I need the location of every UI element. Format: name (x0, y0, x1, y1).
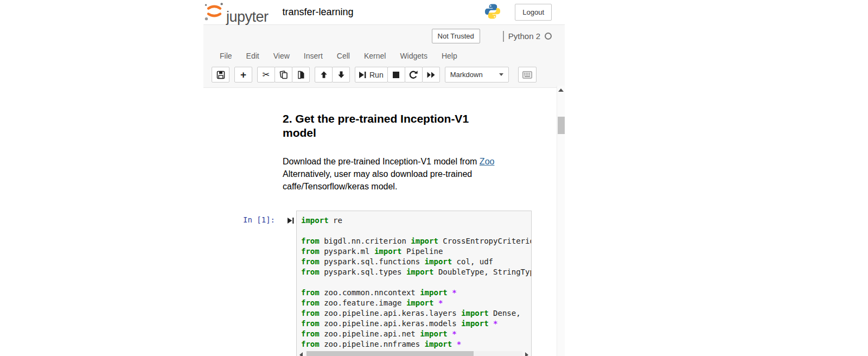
menu-item-kernel[interactable]: Kernel (357, 48, 393, 63)
scroll-left-icon[interactable] (297, 352, 305, 356)
chevron-down-icon (499, 73, 503, 76)
trust-status-badge[interactable]: Not Trusted (432, 29, 480, 43)
kernel-separator (503, 31, 504, 42)
add-cell-icon: + (240, 69, 246, 80)
jupyter-app: jupyter transfer-learning Logout Not Tru… (203, 0, 565, 356)
menu-panel: Not Trusted Python 2 FileEditViewInsertC… (203, 24, 565, 88)
python-kernel-icon (484, 3, 501, 22)
jupyter-logo[interactable]: jupyter (203, 1, 269, 24)
code-line: from zoo.common.nncontext import * (301, 288, 531, 298)
h-scrollbar-track[interactable] (305, 351, 522, 356)
code-line: from zoo.pipeline.api.keras.layers impor… (301, 308, 531, 319)
code-editor[interactable]: import re from bigdl.nn.criterion import… (297, 211, 531, 350)
menu-item-help[interactable]: Help (435, 48, 464, 63)
code-line: from zoo.feature.image import * (301, 298, 531, 308)
toolbar: + ✂ (203, 65, 565, 87)
paste-icon (297, 71, 305, 79)
restart-kernel-button[interactable] (405, 67, 423, 82)
menu-item-cell[interactable]: Cell (330, 48, 357, 63)
code-line (301, 277, 531, 288)
notebook-header: jupyter transfer-learning Logout (203, 0, 565, 24)
code-line: from pyspark.sql.functions import col, u… (301, 257, 531, 267)
code-line: from zoo.pipeline.api.keras.models impor… (301, 319, 531, 329)
code-line: from zoo.pipeline.nnframes import * (301, 339, 531, 349)
paragraph-text-2: Alternatively, user may also download pr… (283, 169, 472, 191)
status-row: Not Trusted Python 2 (203, 25, 565, 47)
code-input-area: import re from bigdl.nn.criterion import… (296, 211, 532, 356)
run-button-label: Run (369, 71, 384, 79)
paste-cells-button[interactable] (292, 67, 310, 82)
code-cell[interactable]: In [1]: import re from bigdl.nn.criterio… (243, 211, 565, 356)
copy-cells-button[interactable] (275, 67, 292, 82)
h-scrollbar-thumb[interactable] (307, 351, 474, 356)
code-line: from bigdl.nn.criterion import CrossEntr… (301, 236, 531, 246)
notebook-container: 2. Get the pre-trained Inception-V1 mode… (203, 88, 565, 356)
code-line: from zoo.pipeline.api.net import * (301, 329, 531, 339)
markdown-paragraph: Download the pre-trained Inception-V1 mo… (283, 155, 521, 193)
code-horizontal-scrollbar[interactable] (297, 350, 531, 356)
restart-kernel-icon (409, 71, 418, 79)
code-line: from pyspark.sql.types import DoubleType… (301, 267, 531, 277)
fast-forward-icon (427, 72, 435, 78)
paragraph-text: Download the pre-trained Inception-V1 mo… (283, 157, 480, 166)
move-down-icon (337, 71, 345, 79)
scroll-up-icon[interactable] (558, 88, 564, 92)
kernel-name-label: Python 2 (508, 31, 540, 41)
command-palette-button[interactable] (518, 67, 537, 82)
page-vertical-scrollbar[interactable] (557, 86, 565, 356)
input-prompt: In [1]: (243, 211, 275, 224)
copy-icon (279, 71, 288, 79)
interrupt-kernel-button[interactable] (387, 67, 405, 82)
move-cell-up-button[interactable] (315, 67, 333, 82)
menu-item-widgets[interactable]: Widgets (393, 48, 435, 63)
zoo-link[interactable]: Zoo (480, 157, 495, 166)
keyboard-icon (522, 71, 532, 79)
cut-cells-button[interactable]: ✂ (257, 67, 275, 82)
code-line (301, 226, 531, 236)
v-scrollbar-thumb[interactable] (558, 117, 565, 134)
code-line: import re (301, 215, 531, 226)
cut-icon: ✂ (263, 71, 270, 79)
cell-type-dropdown[interactable]: Markdown (445, 67, 509, 82)
save-icon (216, 71, 225, 79)
scroll-right-icon[interactable] (522, 352, 531, 356)
logout-button[interactable]: Logout (515, 4, 552, 21)
menu-item-view[interactable]: View (266, 48, 297, 63)
move-cell-down-button[interactable] (332, 67, 350, 82)
menu-item-insert[interactable]: Insert (297, 48, 330, 63)
kernel-idle-icon (545, 33, 552, 40)
move-up-icon (320, 71, 328, 79)
code-line: from pyspark.ml import Pipeline (301, 246, 531, 257)
run-this-cell-icon[interactable] (288, 217, 294, 226)
menubar: FileEditViewInsertCellKernelWidgetsHelp (203, 47, 565, 65)
jupyter-logo-icon (203, 1, 225, 24)
jupyter-logo-text: jupyter (226, 10, 269, 24)
cell-type-selected: Markdown (450, 71, 499, 79)
markdown-cell[interactable]: 2. Get the pre-trained Inception-V1 mode… (283, 88, 565, 193)
restart-run-all-button[interactable] (422, 67, 440, 82)
run-icon (359, 71, 366, 79)
run-cell-button[interactable]: Run (355, 67, 388, 82)
stop-icon (393, 72, 399, 78)
section-heading: 2. Get the pre-trained Inception-V1 mode… (283, 112, 495, 141)
save-button[interactable] (212, 67, 229, 82)
notebook-title[interactable]: transfer-learning (283, 7, 354, 18)
menu-item-edit[interactable]: Edit (239, 48, 266, 63)
menu-item-file[interactable]: File (213, 48, 239, 63)
kernel-indicator: Python 2 (503, 31, 552, 42)
add-cell-button[interactable]: + (234, 67, 252, 82)
